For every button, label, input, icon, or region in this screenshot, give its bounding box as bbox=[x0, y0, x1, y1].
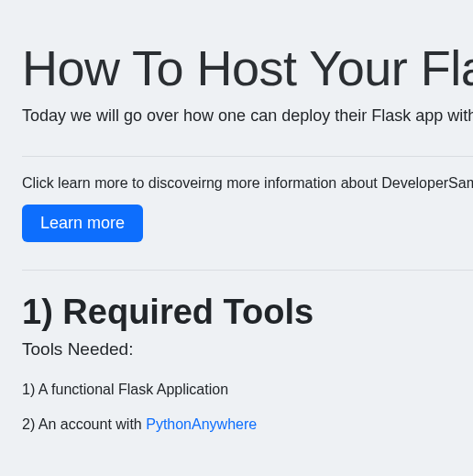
page-subtitle: Today we will go over how one can deploy… bbox=[22, 105, 473, 127]
list-item-text: A functional Flask Application bbox=[38, 382, 228, 397]
cta-text: Click learn more to discoveirng more inf… bbox=[22, 175, 473, 192]
article-page: How To Host Your Flask App Today we will… bbox=[0, 0, 473, 433]
pythonanywhere-link[interactable]: PythonAnywhere bbox=[146, 416, 257, 432]
list-item-text: An account with bbox=[38, 416, 146, 432]
section-subheading: Tools Needed: bbox=[22, 339, 473, 360]
list-item-prefix: 2) bbox=[22, 416, 38, 432]
list-item: 1) A functional Flask Application bbox=[22, 382, 473, 398]
divider bbox=[22, 156, 473, 157]
section-heading: 1) Required Tools bbox=[22, 293, 473, 332]
list-item: 2) An account with PythonAnywhere bbox=[22, 416, 473, 433]
learn-more-button[interactable]: Learn more bbox=[22, 205, 143, 242]
divider bbox=[22, 270, 473, 271]
list-item-prefix: 1) bbox=[22, 382, 38, 397]
page-title: How To Host Your Flask App bbox=[22, 41, 473, 95]
